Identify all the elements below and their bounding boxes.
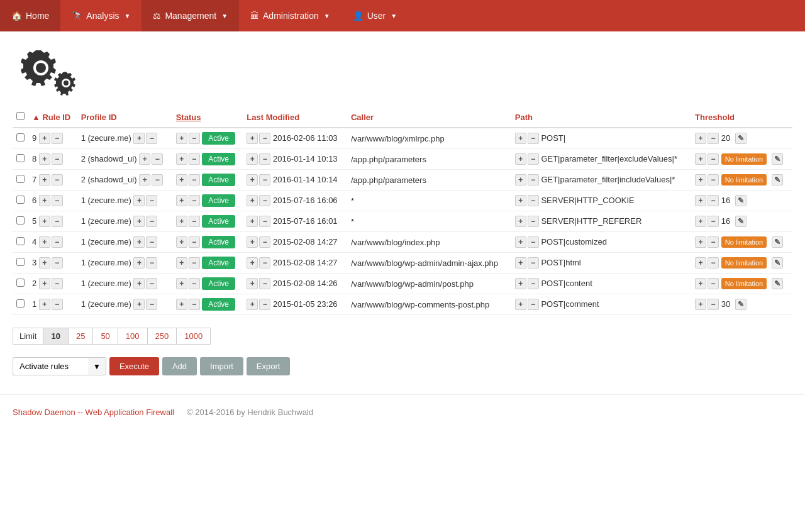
row-select-checkbox[interactable]: [16, 258, 25, 266]
path-plus[interactable]: +: [515, 257, 526, 269]
rule-id-minus[interactable]: −: [52, 257, 63, 269]
threshold-minus[interactable]: −: [708, 174, 719, 186]
profile-id-plus[interactable]: +: [139, 174, 150, 186]
action-select[interactable]: Activate rules: [13, 357, 88, 375]
lm-minus[interactable]: −: [259, 278, 270, 289]
limit-250[interactable]: 250: [148, 328, 177, 345]
profile-id-minus[interactable]: −: [152, 174, 163, 186]
profile-id-plus[interactable]: +: [133, 299, 145, 310]
row-select-checkbox[interactable]: [16, 154, 25, 162]
nav-user[interactable]: 👤 User ▼: [341, 0, 408, 31]
path-minus[interactable]: −: [528, 299, 539, 310]
threshold-edit[interactable]: ✎: [772, 174, 783, 186]
profile-id-plus[interactable]: +: [133, 236, 145, 248]
rule-id-minus[interactable]: −: [52, 195, 63, 206]
lm-minus[interactable]: −: [259, 257, 270, 269]
limit-25[interactable]: 25: [69, 328, 93, 345]
threshold-minus[interactable]: −: [708, 216, 719, 227]
rule-id-plus[interactable]: +: [39, 236, 50, 248]
rule-id-minus[interactable]: −: [52, 133, 63, 144]
row-select-checkbox[interactable]: [16, 237, 25, 245]
row-checkbox[interactable]: [13, 253, 28, 274]
profile-id-plus[interactable]: +: [133, 216, 145, 227]
header-status[interactable]: Status: [172, 107, 243, 128]
threshold-edit[interactable]: ✎: [735, 216, 747, 227]
execute-button[interactable]: Execute: [109, 357, 159, 375]
path-plus[interactable]: +: [515, 174, 526, 186]
nav-management[interactable]: ⚖ Management ▼: [142, 0, 239, 31]
status-plus[interactable]: +: [176, 195, 187, 206]
status-minus[interactable]: −: [189, 133, 200, 144]
path-plus[interactable]: +: [515, 278, 526, 289]
lm-plus[interactable]: +: [247, 195, 258, 206]
status-plus[interactable]: +: [176, 174, 187, 186]
row-checkbox[interactable]: [13, 170, 28, 191]
lm-plus[interactable]: +: [247, 257, 258, 269]
threshold-minus[interactable]: −: [708, 153, 719, 165]
lm-plus[interactable]: +: [247, 133, 258, 144]
limit-100[interactable]: 100: [118, 328, 148, 345]
threshold-plus[interactable]: +: [695, 236, 706, 248]
threshold-plus[interactable]: +: [695, 257, 706, 269]
limit-10[interactable]: 10: [43, 328, 68, 345]
lm-minus[interactable]: −: [259, 195, 270, 206]
export-button[interactable]: Export: [247, 357, 291, 375]
threshold-plus[interactable]: +: [695, 174, 706, 186]
profile-id-plus[interactable]: +: [139, 153, 150, 165]
rule-id-plus[interactable]: +: [39, 195, 50, 206]
threshold-edit[interactable]: ✎: [772, 153, 783, 165]
import-button[interactable]: Import: [200, 357, 243, 375]
row-checkbox[interactable]: [13, 294, 28, 315]
path-minus[interactable]: −: [528, 133, 539, 144]
lm-minus[interactable]: −: [259, 299, 270, 310]
profile-id-plus[interactable]: +: [133, 195, 145, 206]
status-minus[interactable]: −: [189, 153, 200, 165]
row-select-checkbox[interactable]: [16, 216, 25, 224]
threshold-plus[interactable]: +: [695, 133, 706, 144]
threshold-minus[interactable]: −: [708, 299, 719, 310]
path-plus[interactable]: +: [515, 236, 526, 248]
status-plus[interactable]: +: [176, 278, 187, 289]
status-minus[interactable]: −: [189, 174, 200, 186]
threshold-plus[interactable]: +: [695, 195, 706, 206]
lm-minus[interactable]: −: [259, 236, 270, 248]
lm-minus[interactable]: −: [259, 216, 270, 227]
lm-plus[interactable]: +: [247, 153, 258, 165]
nav-administration[interactable]: 🏛 Administration ▼: [239, 0, 341, 31]
profile-id-minus[interactable]: −: [146, 278, 157, 289]
rule-id-minus[interactable]: −: [52, 153, 63, 165]
path-minus[interactable]: −: [528, 216, 539, 227]
path-minus[interactable]: −: [528, 257, 539, 269]
path-plus[interactable]: +: [515, 216, 526, 227]
path-plus[interactable]: +: [515, 299, 526, 310]
row-select-checkbox[interactable]: [16, 299, 25, 308]
lm-minus[interactable]: −: [259, 174, 270, 186]
status-plus[interactable]: +: [176, 257, 187, 269]
row-select-checkbox[interactable]: [16, 175, 25, 183]
lm-plus[interactable]: +: [247, 278, 258, 289]
status-plus[interactable]: +: [176, 299, 187, 310]
footer-link[interactable]: Shadow Daemon -- Web Application Firewal…: [13, 407, 174, 417]
rule-id-plus[interactable]: +: [39, 133, 50, 144]
lm-plus[interactable]: +: [247, 236, 258, 248]
status-plus[interactable]: +: [176, 216, 187, 227]
lm-plus[interactable]: +: [247, 216, 258, 227]
status-plus[interactable]: +: [176, 236, 187, 248]
path-minus[interactable]: −: [528, 153, 539, 165]
threshold-plus[interactable]: +: [695, 299, 706, 310]
status-plus[interactable]: +: [176, 133, 187, 144]
lm-minus[interactable]: −: [259, 153, 270, 165]
threshold-edit[interactable]: ✎: [772, 236, 783, 248]
limit-1000[interactable]: 1000: [177, 328, 211, 345]
row-select-checkbox[interactable]: [16, 279, 25, 287]
rule-id-plus[interactable]: +: [39, 278, 50, 289]
rule-id-plus[interactable]: +: [39, 216, 50, 227]
rule-id-minus[interactable]: −: [52, 236, 63, 248]
threshold-minus[interactable]: −: [708, 278, 719, 289]
threshold-plus[interactable]: +: [695, 153, 706, 165]
threshold-plus[interactable]: +: [695, 278, 706, 289]
row-select-checkbox[interactable]: [16, 133, 25, 141]
status-plus[interactable]: +: [176, 153, 187, 165]
rule-id-minus[interactable]: −: [52, 299, 63, 310]
limit-50[interactable]: 50: [93, 328, 118, 345]
